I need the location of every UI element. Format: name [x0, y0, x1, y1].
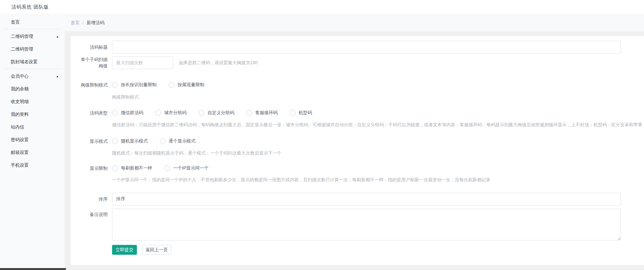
field-remark: 备注说明 — [79, 209, 644, 240]
sidebar-item-label: 收支明细 — [11, 99, 29, 104]
radio-option-wechat-group-code[interactable]: 微信群活码 — [112, 110, 143, 116]
field-scan-threshold: 单个子码扫描阀值 如果是群二维码，请设置最大阀值为100 — [79, 56, 644, 69]
sidebar-item-label: 首页 — [11, 19, 20, 24]
radio-option-same-per-ip[interactable]: 一个IP显示同一个 — [164, 165, 209, 171]
sidebar-item-income-expense-detail[interactable]: 收支明细 — [0, 95, 65, 108]
breadcrumb-current: 新增活码 — [87, 20, 104, 26]
radio-option-long-press[interactable]: 按长按识别量限制 — [112, 82, 157, 88]
content-area: 活码标题 单个子码扫描阀值 如果是群二维码，请设置最大阀值为100 — [65, 31, 644, 270]
field-display-mode: 显示模式 随机显示模式 逐个显示模式 随机模式：每次扫 — [79, 138, 644, 156]
display-limit-label: 显示限制 — [79, 165, 108, 171]
sidebar-divider — [3, 69, 61, 69]
sidebar-divider — [3, 29, 61, 29]
threshold-limit-mode-help: 阀值限制模式 — [112, 94, 644, 100]
chevron-up-icon: ▲ — [56, 70, 59, 83]
form-actions: 立即提交 返回上一页 — [112, 245, 644, 255]
horizontal-scrollbar[interactable] — [0, 268, 644, 270]
sidebar-item-site-message[interactable]: 站内信 — [0, 121, 65, 133]
live-code-title-input[interactable] — [112, 41, 621, 53]
radio-circle-icon — [160, 138, 166, 144]
radio-circle-icon — [164, 165, 170, 171]
sidebar-item-anti-block-domain[interactable]: 防封域名设置 — [0, 55, 65, 68]
field-live-code-type: 活码类型 微信群活码 城市分组码 — [79, 110, 644, 128]
sidebar-item-label: 我的余额 — [11, 86, 29, 91]
scan-threshold-help: 如果是群二维码，请设置最大阀值为100 — [179, 56, 258, 69]
submit-button[interactable]: 立即提交 — [112, 245, 137, 255]
sidebar-item-label: 邮箱设置 — [11, 150, 29, 155]
display-limit-help: 一个IP显示同一个：指的是同一个IP的个人，不管他刷新多少次，显示的都是同一张图… — [112, 177, 644, 183]
app-header: 活码系统 团队版 — [0, 0, 644, 14]
scan-threshold-label: 单个子码扫描阀值 — [79, 56, 108, 69]
horizontal-scrollbar-thumb[interactable] — [0, 268, 66, 270]
app-title: 活码系统 团队版 — [11, 4, 49, 10]
back-button[interactable]: 返回上一页 — [142, 245, 171, 255]
radio-circle-icon — [112, 138, 118, 144]
live-code-type-label: 活码类型 — [79, 110, 108, 116]
sidebar-item-phone-settings[interactable]: 手机设置 — [0, 159, 65, 171]
scan-threshold-input[interactable] — [112, 56, 173, 69]
sidebar-item-label: 我的资料 — [11, 112, 29, 117]
sidebar-item-email-settings[interactable]: 邮箱设置 — [0, 146, 65, 159]
live-code-type-help: 微信群活码：只能应用于微信群二维码活码，每码阀值达到最大后，固定显示最后一张；城… — [112, 122, 644, 128]
radio-option-service-loop-code[interactable]: 客服循环码 — [246, 110, 278, 116]
sidebar-item-label: 二维码管理 — [11, 46, 33, 52]
radio-option-device-type-code[interactable]: 机型码 — [290, 110, 312, 116]
radio-option-city-group-code[interactable]: 城市分组码 — [155, 110, 187, 116]
radio-circle-icon — [290, 110, 295, 116]
radio-circle-icon — [112, 165, 118, 171]
sidebar: 首页 二维码管理 ▲ 二维码管理 防封域名设置 会员中心 ▲ 我的余额 收支明细… — [0, 14, 65, 270]
field-sort: 排序 — [79, 193, 644, 205]
display-mode-label: 显示模式 — [79, 138, 108, 144]
field-display-limit: 显示限制 每刷新都不一样 一个IP显示同一个 一个IP — [79, 165, 644, 183]
sidebar-item-label: 防封域名设置 — [11, 59, 38, 64]
main-area: 首页 / 新增活码 活码标题 单个子码扫描阀值 — [65, 14, 644, 270]
radio-circle-icon — [169, 82, 174, 88]
live-code-title-label: 活码标题 — [79, 41, 108, 53]
radio-option-different-each-refresh[interactable]: 每刷新都不一样 — [112, 165, 152, 171]
sidebar-group-member-center[interactable]: 会员中心 ▲ — [0, 70, 65, 82]
radio-circle-icon — [246, 110, 252, 116]
sort-input[interactable] — [112, 193, 621, 205]
radio-circle-icon — [112, 82, 118, 88]
sidebar-item-my-balance[interactable]: 我的余额 — [0, 82, 65, 95]
sort-label: 排序 — [79, 193, 108, 205]
threshold-limit-mode-label: 阀值限制模式 — [79, 82, 108, 88]
sidebar-item-my-profile[interactable]: 我的资料 — [0, 108, 65, 121]
radio-option-random-display[interactable]: 随机显示模式 — [112, 138, 148, 144]
display-mode-help: 随机模式：每次扫描都随机显示子码，逐个模式：一个子码到达最大次数后显示下一个 — [112, 150, 644, 156]
radio-circle-icon — [155, 110, 161, 116]
remark-label: 备注说明 — [79, 209, 108, 240]
field-live-code-title: 活码标题 — [79, 41, 644, 53]
sidebar-group-label: 会员中心 — [11, 73, 29, 79]
sidebar-item-qrcode-management[interactable]: 二维码管理 — [0, 43, 65, 55]
new-live-code-form-card: 活码标题 单个子码扫描阀值 如果是群二维码，请设置最大阀值为100 — [71, 36, 644, 265]
sidebar-item-home[interactable]: 首页 — [0, 16, 65, 28]
sidebar-group-label: 二维码管理 — [11, 34, 33, 39]
radio-circle-icon — [112, 110, 118, 116]
sidebar-item-label: 手机设置 — [11, 163, 29, 168]
radio-circle-icon — [199, 110, 204, 116]
sidebar-item-label: 密码设置 — [11, 137, 29, 142]
sidebar-item-password-settings[interactable]: 密码设置 — [0, 133, 65, 146]
sidebar-group-qrcode-management[interactable]: 二维码管理 ▲ — [0, 30, 65, 43]
field-threshold-limit-mode: 阀值限制模式 按长按识别量限制 按展现量限制 阀值限制 — [79, 82, 644, 100]
sidebar-item-label: 站内信 — [11, 124, 24, 129]
radio-option-custom-group-code[interactable]: 自定义分组码 — [199, 110, 234, 116]
radio-option-sequential-display[interactable]: 逐个显示模式 — [160, 138, 195, 144]
radio-option-impression[interactable]: 按展现量限制 — [169, 82, 204, 88]
breadcrumb: 首页 / 新增活码 — [65, 14, 644, 31]
breadcrumb-separator: / — [82, 20, 84, 25]
breadcrumb-home-link[interactable]: 首页 — [71, 20, 80, 26]
chevron-up-icon: ▲ — [56, 30, 59, 43]
remark-textarea[interactable] — [112, 209, 621, 240]
